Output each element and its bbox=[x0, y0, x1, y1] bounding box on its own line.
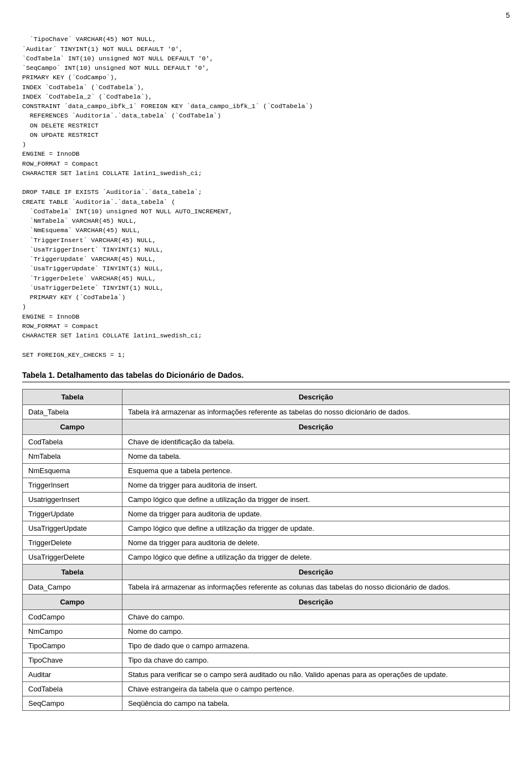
header-descricao-2: Descrição bbox=[122, 564, 510, 580]
subheader-descricao-1: Descrição bbox=[122, 419, 510, 434]
field-row-triggerupdate: TriggerUpdate Nome da trigger para audit… bbox=[23, 506, 510, 521]
subheader-campo: Campo bbox=[23, 419, 122, 434]
field-desc-triggerupdate: Nome da trigger para auditoria de update… bbox=[122, 506, 510, 521]
field-name-triggerinsert: TriggerInsert bbox=[23, 478, 122, 492]
tabela-descricao-datacampo: Tabela irá armazenar as informações refe… bbox=[122, 580, 510, 594]
field-row-auditar: Auditar Status para verificar se o campo… bbox=[23, 667, 510, 681]
field-name-codtabela: CodTabela bbox=[23, 434, 122, 449]
field-name-nmtabela: NmTabela bbox=[23, 449, 122, 463]
tabela-name-datacampo: Data_Campo bbox=[23, 580, 122, 594]
field-row-codcampo: CodCampo Chave do campo. bbox=[23, 609, 510, 624]
header-tabela-2: Tabela bbox=[23, 564, 122, 580]
field-row-tipochave: TipoChave Tipo da chave do campo. bbox=[23, 653, 510, 667]
field-name-usatriggerdelete: UsaTriggerDelete bbox=[23, 550, 122, 564]
field-row-triggerdelete: TriggerDelete Nome da trigger para audit… bbox=[23, 535, 510, 550]
table-row-datacampo: Data_Campo Tabela irá armazenar as infor… bbox=[23, 580, 510, 594]
table-header-row-2: Tabela Descrição bbox=[23, 564, 510, 580]
field-desc-triggerdelete: Nome da trigger para auditoria de delete… bbox=[122, 535, 510, 550]
section-title: Tabela 1. Detalhamento das tabelas do Di… bbox=[22, 371, 510, 382]
field-name-nmesquema: NmEsquema bbox=[23, 463, 122, 478]
field-name-nmcampo: NmCampo bbox=[23, 624, 122, 638]
table-row: Data_Tabela Tabela irá armazenar as info… bbox=[23, 404, 510, 419]
header-tabela: Tabela bbox=[23, 389, 122, 404]
campo-subheader-row: Campo Descrição bbox=[23, 419, 510, 434]
field-desc-usatriggerupdate: Campo lógico que define a utilização da … bbox=[122, 521, 510, 535]
field-name-tipochave: TipoChave bbox=[23, 653, 122, 667]
field-row-seqcampo: SeqCampo Seqüência do campo na tabela. bbox=[23, 696, 510, 710]
field-name-codcampo: CodCampo bbox=[23, 609, 122, 624]
field-desc-seqcampo: Seqüência do campo na tabela. bbox=[122, 696, 510, 710]
field-desc-codtabela: Chave de identificação da tabela. bbox=[122, 434, 510, 449]
subheader-descricao-2: Descrição bbox=[122, 594, 510, 609]
tabela-descricao: Tabela irá armazenar as informações refe… bbox=[122, 404, 510, 419]
field-name-seqcampo: SeqCampo bbox=[23, 696, 122, 710]
field-desc-nmcampo: Nome do campo. bbox=[122, 624, 510, 638]
field-row-nmtabela: NmTabela Nome da tabela. bbox=[23, 449, 510, 463]
tabela-name: Data_Tabela bbox=[23, 404, 122, 419]
table-header-row: Tabela Descrição bbox=[23, 389, 510, 404]
data-table: Tabela Descrição Data_Tabela Tabela irá … bbox=[22, 389, 510, 711]
field-desc-codtabela-campo: Chave estrangeira da tabela que o campo … bbox=[122, 681, 510, 696]
field-row-triggerinsert: TriggerInsert Nome da trigger para audit… bbox=[23, 478, 510, 492]
field-desc-usatriggerinsert: Campo lógico que define a utilização da … bbox=[122, 492, 510, 506]
field-desc-tipochave: Tipo da chave do campo. bbox=[122, 653, 510, 667]
field-name-usatriggerinsert: UsatriggerInsert bbox=[23, 492, 122, 506]
field-row-tipocampo: TipoCampo Tipo de dado que o campo armaz… bbox=[23, 638, 510, 653]
field-name-triggerdelete: TriggerDelete bbox=[23, 535, 122, 550]
campo-subheader-row-2: Campo Descrição bbox=[23, 594, 510, 609]
field-row-nmesquema: NmEsquema Esquema que a tabela pertence. bbox=[23, 463, 510, 478]
page-number: 5 bbox=[22, 11, 510, 19]
field-row-nmcampo: NmCampo Nome do campo. bbox=[23, 624, 510, 638]
field-desc-codcampo: Chave do campo. bbox=[122, 609, 510, 624]
field-name-auditar: Auditar bbox=[23, 667, 122, 681]
field-row-codtabela-campo: CodTabela Chave estrangeira da tabela qu… bbox=[23, 681, 510, 696]
field-desc-nmesquema: Esquema que a tabela pertence. bbox=[122, 463, 510, 478]
header-descricao: Descrição bbox=[122, 389, 510, 404]
field-row-usatriggerinsert: UsatriggerInsert Campo lógico que define… bbox=[23, 492, 510, 506]
field-row-usatriggerdelete: UsaTriggerDelete Campo lógico que define… bbox=[23, 550, 510, 564]
field-name-usatriggerupdate: UsaTriggerUpdate bbox=[23, 521, 122, 535]
field-desc-tipocampo: Tipo de dado que o campo armazena. bbox=[122, 638, 510, 653]
field-name-tipocampo: TipoCampo bbox=[23, 638, 122, 653]
subheader-campo-2: Campo bbox=[23, 594, 122, 609]
field-name-triggerupdate: TriggerUpdate bbox=[23, 506, 122, 521]
field-desc-auditar: Status para verificar se o campo será au… bbox=[122, 667, 510, 681]
field-desc-triggerinsert: Nome da trigger para auditoria de insert… bbox=[122, 478, 510, 492]
field-desc-nmtabela: Nome da tabela. bbox=[122, 449, 510, 463]
code-block: `TipoChave` VARCHAR(45) NOT NULL, `Audit… bbox=[22, 25, 510, 360]
field-desc-usatriggerdelete: Campo lógico que define a utilização da … bbox=[122, 550, 510, 564]
field-row-usatriggerupdate: UsaTriggerUpdate Campo lógico que define… bbox=[23, 521, 510, 535]
field-name-codtabela-campo: CodTabela bbox=[23, 681, 122, 696]
field-row-codtabela: CodTabela Chave de identificação da tabe… bbox=[23, 434, 510, 449]
